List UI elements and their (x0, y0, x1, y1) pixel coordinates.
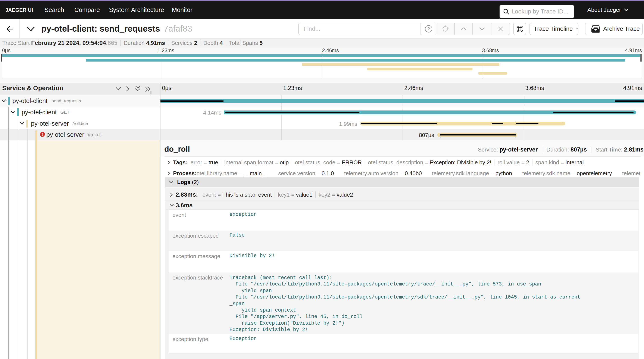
svg-text:?: ? (427, 26, 430, 31)
